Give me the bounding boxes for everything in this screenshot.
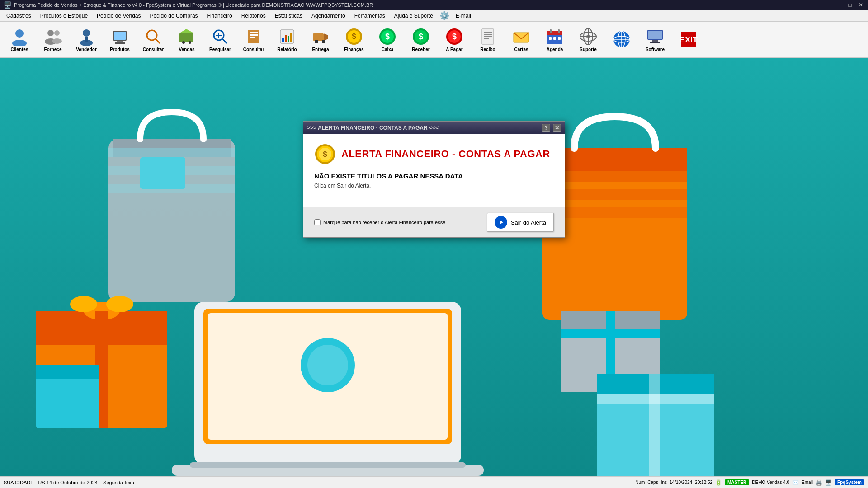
tool-recibo[interactable]: Recibo — [472, 23, 504, 56]
cartas-icon — [512, 27, 531, 46]
menu-cadastros[interactable]: Cadastros — [2, 12, 36, 20]
produtos-label: Produtos — [110, 47, 130, 52]
menu-ajuda-suporte[interactable]: Ajuda e Suporte — [390, 12, 438, 20]
sair-btn-label: Sair do Alerta — [511, 219, 546, 226]
svg-text:$: $ — [323, 150, 327, 158]
tool-cartas[interactable]: Cartas — [505, 23, 537, 56]
title-bar: 🖥️ Programa Pedido de Vendas + Estoque &… — [0, 0, 868, 10]
svg-rect-8 — [85, 37, 88, 42]
minimize-button[interactable]: ─ — [835, 1, 843, 9]
dialog-close-button[interactable]: ✕ — [553, 124, 561, 132]
menu-pedido-vendas[interactable]: Pedido de Vendas — [92, 12, 145, 20]
status-master: MASTER — [725, 479, 749, 485]
status-bar: SUA CIDADE - RS 14 de Outubro de 2024 – … — [0, 476, 868, 488]
toolbar: Clientes Fornece Vendedor — [0, 22, 868, 58]
tool-apagar[interactable]: $ A Pagar — [439, 23, 470, 56]
globe-icon — [612, 30, 631, 49]
menu-financeiro[interactable]: Financeiro — [203, 12, 237, 20]
tool-produtos[interactable]: Produtos — [104, 23, 136, 56]
dialog-footer: Marque para não receber o Alerta Finance… — [303, 207, 565, 237]
tool-vendedor[interactable]: Vendedor — [71, 23, 102, 56]
clientes-label: Clientes — [11, 47, 28, 52]
svg-point-1 — [12, 40, 27, 46]
dialog-help-button[interactable]: ? — [542, 124, 550, 132]
menu-relatorios[interactable]: Relatórios — [237, 12, 270, 20]
svg-rect-25 — [250, 34, 258, 36]
menu-estatisticas[interactable]: Estatísticas — [270, 12, 307, 20]
status-items: Num Caps Ins 14/10/2024 20:12:52 🔋 MASTE… — [635, 479, 864, 486]
tool-pesquisar[interactable]: Pesquisar — [204, 23, 236, 56]
maximize-button[interactable]: □ — [846, 1, 854, 9]
pesquisar-icon — [211, 27, 230, 46]
svg-rect-15 — [179, 33, 193, 42]
tool-receber[interactable]: $ Receber — [405, 23, 437, 56]
svg-rect-60 — [558, 37, 561, 40]
tool-consultar[interactable]: Consultar — [137, 23, 169, 56]
svg-line-14 — [156, 39, 160, 43]
svg-rect-49 — [484, 32, 492, 33]
tool-entrega[interactable]: Entrega — [305, 23, 336, 56]
svg-text:$: $ — [352, 33, 356, 40]
svg-rect-26 — [250, 37, 255, 38]
menu-pedido-compras[interactable]: Pedido de Compras — [146, 12, 203, 20]
svg-point-0 — [15, 29, 24, 38]
tool-vendas[interactable]: Vendas — [171, 23, 203, 56]
svg-point-2 — [47, 30, 54, 36]
status-num: Num — [635, 480, 645, 485]
tool-consultar2[interactable]: Consultar — [238, 23, 269, 56]
no-alert-checkbox[interactable] — [314, 219, 321, 225]
dialog-overlay: >>> ALERTA FINANCEIRO - CONTAS A PAGAR <… — [0, 58, 868, 488]
tool-globe[interactable] — [606, 23, 637, 56]
svg-rect-57 — [558, 29, 560, 33]
svg-text:EXIT: EXIT — [679, 35, 698, 44]
svg-rect-56 — [550, 29, 552, 33]
status-time: 20:12:52 — [695, 480, 712, 485]
tool-clientes[interactable]: Clientes — [4, 23, 35, 56]
svg-rect-51 — [484, 36, 492, 37]
exit-icon: EXIT — [679, 30, 698, 49]
consultar2-label: Consultar — [243, 47, 264, 52]
svg-rect-52 — [484, 38, 489, 39]
agenda-icon — [545, 27, 564, 46]
financas-label: Finanças — [344, 47, 363, 52]
menu-ferramentas[interactable]: Ferramentas — [350, 12, 390, 20]
tool-relatorio[interactable]: Relatório — [271, 23, 303, 56]
close-button[interactable]: ✕ — [857, 1, 864, 9]
consultar-label: Consultar — [143, 47, 164, 52]
alert-dialog: >>> ALERTA FINANCEIRO - CONTAS A PAGAR <… — [303, 121, 565, 238]
menu-agendamento[interactable]: Agendamento — [307, 12, 350, 20]
no-alert-checkbox-label[interactable]: Marque para não receber o Alerta Finance… — [314, 219, 445, 225]
cartas-label: Cartas — [514, 47, 528, 52]
tool-agenda[interactable]: Agenda — [539, 23, 571, 56]
tool-caixa[interactable]: $ Caixa — [372, 23, 403, 56]
software-icon — [646, 27, 665, 46]
tool-exit[interactable]: EXIT — [673, 23, 704, 56]
fornece-label: Fornece — [44, 47, 62, 52]
tool-suporte[interactable]: Suporte — [572, 23, 604, 56]
svg-rect-55 — [547, 31, 562, 35]
status-fpqsystem: FpqSystem — [835, 479, 864, 485]
tool-software[interactable]: Software — [639, 23, 671, 56]
tool-financas[interactable]: $ Finanças — [338, 23, 370, 56]
svg-rect-72 — [648, 31, 662, 39]
menu-email[interactable]: E-mail — [451, 12, 476, 20]
entrega-icon — [311, 27, 330, 46]
background-scene: >>> ALERTA FINANCEIRO - CONTAS A PAGAR <… — [0, 58, 868, 488]
svg-rect-11 — [117, 41, 123, 42]
tool-fornece[interactable]: Fornece — [37, 23, 69, 56]
svg-rect-59 — [553, 37, 556, 40]
coin-icon: $ — [314, 143, 336, 165]
suporte-label: Suporte — [580, 47, 597, 52]
suporte-icon — [579, 27, 598, 46]
vendedor-icon — [77, 27, 96, 46]
sair-alerta-button[interactable]: Sair do Alerta — [487, 213, 554, 232]
financas-icon: $ — [344, 27, 363, 46]
svg-rect-10 — [114, 32, 126, 40]
menu-produtos-estoque[interactable]: Produtos e Estoque — [36, 12, 92, 20]
svg-rect-73 — [652, 40, 658, 42]
fornece-icon — [43, 27, 62, 46]
dialog-title-text: >>> ALERTA FINANCEIRO - CONTAS A PAGAR <… — [307, 125, 439, 131]
consultar2-icon — [244, 27, 263, 46]
dialog-subtitle: NÃO EXISTE TITULOS A PAGAR NESSA DATA — [314, 172, 554, 180]
status-email: Email — [802, 480, 813, 485]
